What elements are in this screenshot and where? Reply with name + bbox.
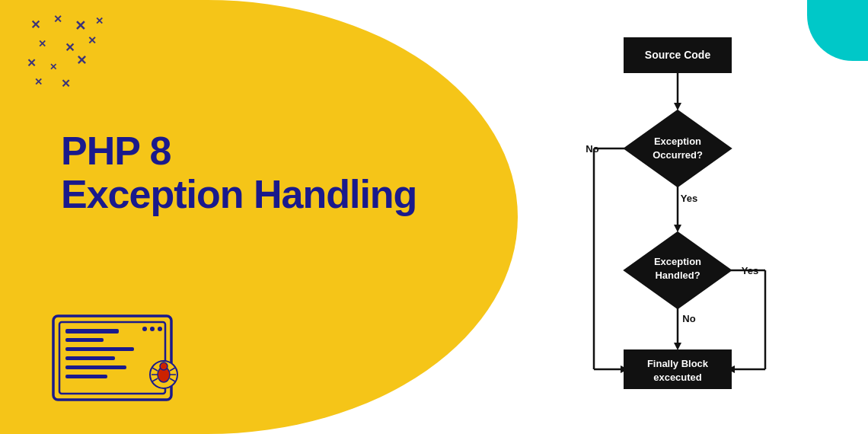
- title-line2: Exception Handling: [61, 173, 416, 216]
- svg-text:excecuted: excecuted: [653, 372, 702, 383]
- computer-illustration: [46, 312, 183, 411]
- svg-point-25: [160, 362, 168, 370]
- svg-text:✕: ✕: [27, 56, 37, 69]
- title-line1: PHP 8: [61, 129, 416, 173]
- svg-marker-35: [674, 103, 681, 110]
- flowchart-container: Source Code Exception Occurred? Yes Exce…: [533, 30, 822, 404]
- svg-text:✕: ✕: [61, 77, 71, 90]
- svg-text:Handled?: Handled?: [655, 270, 700, 281]
- svg-text:✕: ✕: [65, 41, 75, 54]
- svg-marker-49: [674, 343, 681, 350]
- svg-text:Exception: Exception: [654, 136, 701, 147]
- svg-text:Yes: Yes: [681, 193, 697, 204]
- svg-text:No: No: [682, 313, 695, 324]
- svg-point-20: [142, 327, 147, 331]
- svg-text:✕: ✕: [76, 53, 87, 68]
- svg-marker-36: [624, 110, 731, 187]
- svg-text:✕: ✕: [34, 76, 43, 88]
- svg-text:✕: ✕: [75, 18, 86, 34]
- svg-text:✕: ✕: [88, 34, 97, 46]
- svg-text:✕: ✕: [30, 18, 40, 31]
- svg-text:Finally Block: Finally Block: [647, 358, 709, 369]
- title-container: PHP 8 Exception Handling: [61, 129, 416, 216]
- bird-decorations: ✕ ✕ ✕ ✕ ✕ ✕ ✕ ✕ ✕ ✕ ✕ ✕: [23, 15, 145, 94]
- svg-marker-41: [674, 225, 681, 232]
- svg-text:✕: ✕: [53, 15, 62, 25]
- svg-text:✕: ✕: [49, 62, 57, 72]
- svg-rect-15: [65, 338, 104, 342]
- svg-rect-17: [65, 356, 115, 360]
- svg-text:Exception: Exception: [654, 256, 701, 267]
- svg-text:✕: ✕: [38, 38, 46, 49]
- svg-rect-18: [65, 365, 126, 369]
- svg-point-22: [158, 327, 162, 331]
- svg-rect-19: [65, 375, 107, 378]
- svg-text:✕: ✕: [95, 15, 104, 27]
- svg-rect-14: [65, 329, 119, 333]
- svg-rect-16: [65, 347, 134, 351]
- svg-text:Source Code: Source Code: [645, 49, 711, 61]
- svg-text:Occurred?: Occurred?: [653, 149, 703, 161]
- svg-point-21: [150, 327, 155, 331]
